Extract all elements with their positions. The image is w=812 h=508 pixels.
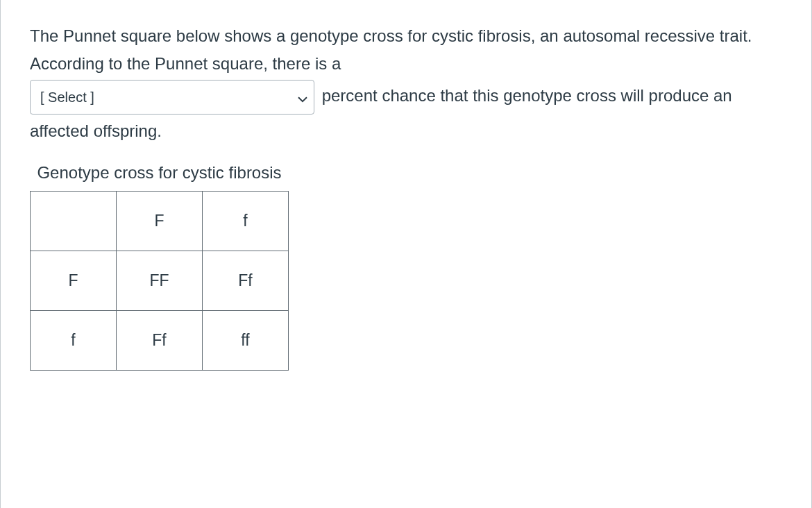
table-cell: f [31,310,117,370]
table-cell: F [117,191,203,251]
question-text-part1: The Punnet square below shows a genotype… [30,26,752,73]
table-cell: Ff [203,251,289,310]
table-cell [31,191,117,251]
question-container: The Punnet square below shows a genotype… [0,0,812,508]
question-text-block: The Punnet square below shows a genotype… [30,22,782,145]
table-caption: Genotype cross for cystic fibrosis [30,158,289,191]
table-cell: Ff [117,310,203,370]
table-row: F FF Ff [31,251,289,310]
answer-select[interactable]: [ Select ] [30,80,314,115]
answer-dropdown-wrapper: [ Select ] [30,80,314,115]
table-cell: F [31,251,117,310]
table-row: f Ff ff [31,310,289,370]
punnett-square-table: Genotype cross for cystic fibrosis F f F… [30,158,289,371]
table-cell: f [203,191,289,251]
table-cell: FF [117,251,203,310]
table-cell: ff [203,310,289,370]
table-row: F f [31,191,289,251]
